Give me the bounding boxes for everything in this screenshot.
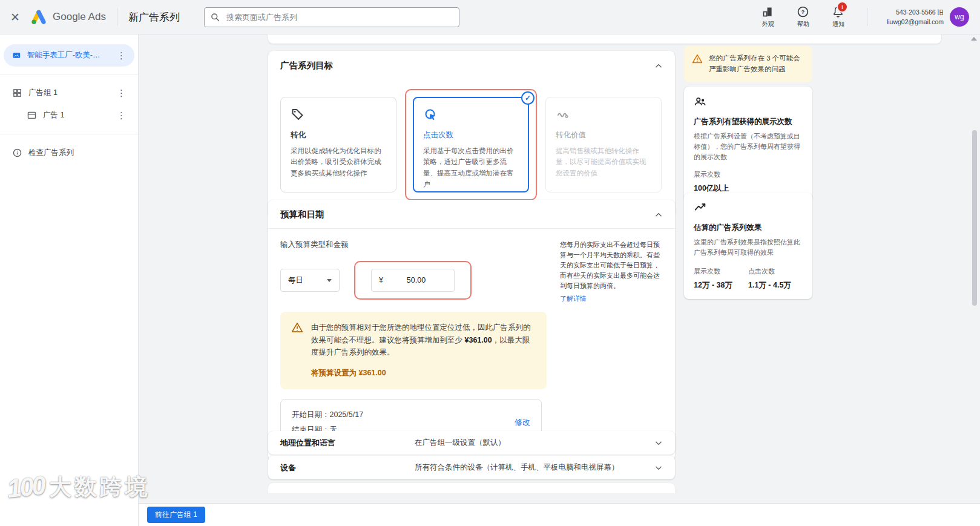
search-box[interactable] (204, 7, 459, 27)
goal-card-clicks[interactable]: ✓ 点击次数 采用基于每次点击费用的出价策略，通过广告吸引更多流量、提高互动度或… (413, 97, 529, 192)
currency-symbol: ¥ (379, 276, 383, 284)
sidebar-item-campaign[interactable]: 智能手表工厂-欧美-英语... ⋮ (4, 44, 134, 67)
divider (117, 8, 117, 26)
close-icon[interactable]: ✕ (0, 10, 30, 24)
clicks-value: 1.1万 - 4.5万 (748, 280, 803, 291)
estimate-card-desc: 这里的广告系列效果是指按照估算此广告系列每周可取得的效果 (694, 237, 803, 258)
sidebar-review-label: 检查广告系列 (28, 148, 74, 158)
ads-triangle-icon (30, 8, 47, 25)
sidebar-item-review-campaign[interactable]: 检查广告系列 (4, 142, 134, 164)
top-bar: ✕ Google Ads 新广告系列 外观 (0, 0, 980, 35)
selected-check-icon: ✓ (521, 91, 534, 105)
sidebar-campaign-label: 智能手表工厂-欧美-英语... (27, 50, 102, 61)
account-id: 543-203-5566 旧 (887, 7, 944, 17)
estimated-performance-card: 估算的广告系列效果 这里的广告系列效果是指按照估算此广告系列每周可取得的效果 展… (684, 192, 812, 299)
budget-side-note: 您每月的实际支出不会超过每日预算与一个月平均天数的乘积。有些天的实际支出可能低于… (547, 240, 663, 446)
sidebar-item-adgroup[interactable]: 广告组 1 ⋮ (4, 82, 134, 104)
expand-chevron-down-icon[interactable] (654, 464, 663, 472)
row-value: 所有符合条件的设备（计算机、手机、平板电脑和电视屏幕） (415, 462, 654, 473)
appearance-button[interactable]: 外观 (751, 5, 786, 28)
ad-click-icon (423, 107, 438, 122)
ad-icon (27, 110, 37, 120)
bottom-action-bar: 前往广告组 1 (139, 503, 980, 526)
account-email: liuwg02@gmail.com (887, 17, 944, 27)
budget-amount-input[interactable] (386, 275, 447, 285)
top-bar-tools: 外观 ? 帮助 ! 通知 543-203-5566 旧 liuw (751, 5, 980, 28)
conversion-value-icon (556, 107, 570, 122)
reach-card-desc: 根据广告系列设置（不考虑预算或目标值），您的广告系列每周有望获得的展示次数 (694, 131, 803, 162)
goal-card-title: 点击次数 (423, 130, 519, 140)
info-icon (12, 148, 22, 158)
more-menu-icon[interactable]: ⋮ (114, 88, 128, 97)
previous-card-partial (268, 35, 941, 44)
row-value: 在广告组一级设置（默认） (415, 438, 654, 448)
estimate-card-title: 估算的广告系列效果 (694, 223, 803, 234)
ad-group-icon (12, 88, 22, 98)
sidebar-adgroup-label: 广告组 1 (28, 88, 58, 98)
appearance-label: 外观 (762, 20, 774, 28)
warning-triangle-icon (692, 53, 703, 64)
goal-card-title: 转化 (291, 130, 386, 140)
warning-text: 由于您的预算相对于您所选的地理位置定位过低，因此广告系列的效果可能会不理想。建议… (311, 321, 536, 359)
budget-type-select[interactable]: 每日 (280, 269, 340, 292)
page-title: 新广告系列 (128, 10, 180, 24)
budget-amount-field[interactable]: ¥ (371, 269, 455, 292)
budget-dates-section: 预算和日期 输入预算类型和金额 每日 ¥ (268, 200, 675, 461)
budget-field-label: 输入预算类型和金额 (280, 240, 547, 250)
expected-impressions-card: 广告系列有望获得的展示次数 根据广告系列设置（不考虑预算或目标值），您的广告系列… (684, 87, 812, 202)
google-ads-campaign-page: ✕ Google Ads 新广告系列 外观 (0, 0, 980, 526)
alert-text: 您的广告系列存在 3 个可能会严重影响广告效果的问题 (709, 53, 804, 75)
warning-triangle-icon (291, 321, 303, 334)
dropdown-caret-icon (327, 279, 332, 282)
audience-icon (694, 95, 707, 108)
campaign-issues-alert[interactable]: 您的广告系列存在 3 个可能会严重影响广告效果的问题 (684, 46, 812, 82)
avatar[interactable]: wg (950, 7, 969, 27)
collapse-chevron-up-icon[interactable] (654, 211, 663, 219)
impressions-value: 12万 - 38万 (694, 280, 748, 291)
svg-text:?: ? (801, 8, 805, 15)
google-ads-logo[interactable]: Google Ads (30, 8, 106, 25)
more-menu-icon[interactable]: ⋮ (114, 111, 128, 120)
next-card-partial (268, 483, 675, 493)
divider (0, 134, 138, 134)
goal-card-desc: 采用基于每次点击费用的出价策略，通过广告吸引更多流量、提高互动度或增加潜在客户 (423, 145, 519, 190)
scrollbar-thumb[interactable] (972, 130, 977, 306)
help-icon: ? (797, 5, 809, 18)
tag-icon (291, 107, 305, 122)
brand-text: Google Ads (53, 11, 106, 23)
goal-card-conversion-value: 转化价值 提高销售额或其他转化操作量，以尽可能提高价值或实现您设置的价值 (545, 97, 662, 192)
goal-card-title: 转化价值 (556, 130, 651, 140)
collapse-chevron-up-icon[interactable] (654, 62, 663, 70)
start-date: 开始日期：2025/5/17 (292, 407, 363, 422)
row-location-language[interactable]: 地理位置和语言 在广告组一级设置（默认） (268, 431, 675, 455)
edit-dates-link[interactable]: 修改 (515, 417, 530, 428)
low-budget-warning: 由于您的预算相对于您所选的地理位置定位过低，因此广告系列的效果可能会不理想。建议… (280, 312, 547, 389)
sidebar-ad-label: 广告 1 (43, 110, 64, 120)
go-to-adgroup-button[interactable]: 前往广告组 1 (147, 507, 205, 523)
search-input[interactable] (225, 12, 453, 22)
reach-card-title: 广告系列有望获得的展示次数 (694, 117, 803, 128)
budget-note-text: 您每月的实际支出不会超过每日预算与一个月平均天数的乘积。有些天的实际支出可能低于… (560, 241, 660, 289)
campaign-icon (12, 50, 21, 61)
set-budget-action[interactable]: 将预算设置为 ¥361.00 (311, 368, 536, 378)
account-info: 543-203-5566 旧 liuwg02@gmail.com (887, 7, 944, 27)
expand-chevron-down-icon[interactable] (654, 439, 663, 447)
clicks-label: 点击次数 (748, 267, 803, 276)
sidebar-item-ad[interactable]: 广告 1 ⋮ (4, 104, 134, 127)
reach-metric-label: 展示次数 (694, 170, 803, 179)
notifications-button[interactable]: ! 通知 (821, 5, 856, 28)
row-label: 设备 (280, 462, 415, 473)
more-menu-icon[interactable]: ⋮ (114, 51, 128, 60)
learn-more-link[interactable]: 了解详情 (560, 294, 587, 304)
row-devices[interactable]: 设备 所有符合条件的设备（计算机、手机、平板电脑和电视屏幕） (268, 456, 675, 479)
notification-badge: ! (837, 1, 848, 13)
scrollbar-up-arrow[interactable] (971, 37, 977, 41)
goal-card-conversions[interactable]: 转化 采用以促成转化为优化目标的出价策略，吸引受众群体完成更多购买或其他转化操作 (280, 97, 396, 192)
impressions-label: 展示次数 (694, 267, 748, 276)
help-button[interactable]: ? 帮助 (786, 5, 821, 28)
notifications-label: 通知 (832, 20, 844, 28)
appearance-icon (761, 5, 774, 18)
goal-section-title: 广告系列目标 (280, 60, 333, 71)
campaign-sidebar: 智能手表工厂-欧美-英语... ⋮ 广告组 1 ⋮ 广告 1 ⋮ (0, 35, 139, 526)
help-label: 帮助 (797, 20, 809, 28)
